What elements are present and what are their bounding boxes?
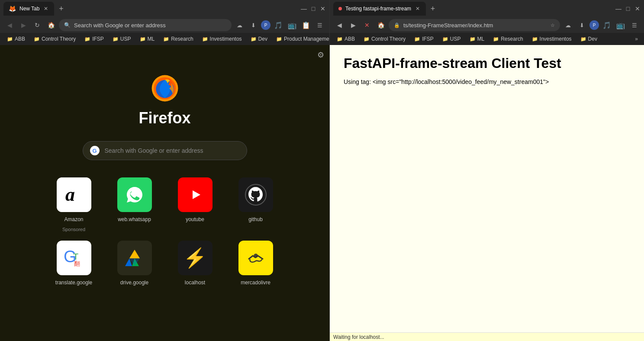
settings-gear-icon[interactable]: ⚙ [317,50,324,60]
bookmark-research[interactable]: 📁 Research [160,35,196,43]
drive-icon [117,241,152,275]
youtube-icon-wrapper [178,177,213,212]
shortcut-mercadolivre[interactable]: mercadolivre [230,241,282,286]
new-tab-search-bar[interactable]: G Search with Google or enter address [83,141,247,160]
bookmark-abb[interactable]: 📁 ABB [3,35,29,43]
shortcut-translate[interactable]: G T 翻 translate.google [48,241,100,286]
right-tab-fastapi[interactable]: Testing fastapi-frame-stream ✕ [333,2,426,16]
bookmark-control-theory[interactable]: 📁 Control Theory [30,35,79,43]
right-bookmark-research[interactable]: 📁 Research [489,35,526,43]
firefox-logo-icon [148,71,182,106]
shortcut-youtube[interactable]: youtube [169,177,221,232]
left-tab-title: New Tab [19,6,39,12]
svg-text:a: a [65,184,75,205]
left-browser-window: 🦊 New Tab ✕ + — □ ✕ ◀ ▶ ↻ 🏠 🔍 Search wit… [0,0,330,341]
shortcut-github[interactable]: github [230,177,282,232]
left-back-button[interactable]: ◀ [3,19,16,31]
localhost-label: localhost [185,280,205,286]
github-icon [238,177,273,212]
bookmark-dev[interactable]: 📁 Dev [247,35,271,43]
whatsapp-label: web.whatsapp [118,216,151,222]
right-lock-icon: 🔒 [394,23,400,28]
right-toolbar: ◀ ▶ ✕ 🏠 🔒 ts/testing-FrameStreamer/index… [330,17,644,33]
folder-icon: 📁 [414,36,420,42]
right-more-bookmarks-button[interactable]: » [632,35,641,43]
right-bookmark-research-label: Research [501,36,523,42]
folder-icon: 📁 [470,36,476,42]
whatsapp-logo-svg [123,183,146,206]
right-address-bar[interactable]: 🔒 ts/testing-FrameStreamer/index.htm ☆ [389,19,560,31]
extension-icon4[interactable]: 📋 [300,19,312,31]
left-reload-button[interactable]: ↻ [31,19,43,31]
bookmark-investimentos[interactable]: 📁 Investimentos [199,35,245,43]
right-bookmark-ct[interactable]: 📁 Control Theory [360,35,409,43]
right-star-icon[interactable]: ☆ [551,23,555,28]
right-new-tab-button[interactable]: + [427,3,439,15]
extension-icon1[interactable]: P [261,20,270,30]
localhost-icon: ⚡ [178,241,213,275]
bookmark-ifsp[interactable]: 📁 IFSP [81,35,107,43]
extension-icon2[interactable]: 🎵 [272,19,284,31]
right-extension-icon3[interactable]: 📺 [615,19,627,31]
left-new-tab-button[interactable]: + [55,3,67,15]
folder-icon: 📁 [251,36,257,42]
right-bookmark-ml[interactable]: 📁 ML [466,35,488,43]
translate-logo-svg: G T 翻 [62,246,86,270]
right-toolbar-icons: ☁ ⬇ P 🎵 📺 ☰ [562,19,641,31]
folder-icon: 📁 [113,36,119,42]
shortcut-localhost[interactable]: ⚡ localhost [169,241,221,286]
whatsapp-icon [117,177,152,212]
right-download-icon[interactable]: ⬇ [576,19,588,31]
right-bookmark-ml-label: ML [477,36,485,42]
right-extension-icon1[interactable]: P [589,20,599,30]
right-bookmark-ifsp-label: IFSP [422,36,434,42]
right-reload-button[interactable]: ✕ [361,19,373,31]
left-minimize-button[interactable]: — [301,6,307,12]
right-forward-button[interactable]: ▶ [347,19,359,31]
pocket-icon[interactable]: ☁ [233,19,245,31]
right-close-button[interactable]: ✕ [634,6,641,12]
extension-icon3[interactable]: 📺 [286,19,298,31]
bookmark-product-management[interactable]: 📁 Product Management [273,35,329,43]
left-tab-new-tab[interactable]: 🦊 New Tab ✕ [3,2,54,16]
shortcut-amazon[interactable]: a Amazon Sponsored [48,177,100,232]
youtube-label: youtube [186,216,204,222]
bookmark-ml[interactable]: 📁 ML [136,35,158,43]
right-window-controls: — □ ✕ [615,6,641,12]
left-close-button[interactable]: ✕ [320,6,326,12]
shortcut-whatsapp[interactable]: web.whatsapp [109,177,161,232]
right-status-bar: Waiting for localhost... [330,332,644,341]
right-tab-close-button[interactable]: ✕ [415,5,421,13]
github-icon-wrapper [238,177,273,212]
left-maximize-button[interactable]: □ [310,6,316,12]
drive-logo-svg [123,248,146,268]
google-g-icon: G [90,146,100,155]
left-address-bar[interactable]: 🔍 Search with Google or enter address [59,19,232,31]
right-home-button[interactable]: 🏠 [375,19,387,31]
right-bookmark-dev[interactable]: 📁 Dev [577,35,601,43]
mercadolivre-icon [238,241,273,275]
right-maximize-button[interactable]: □ [625,6,631,12]
bookmark-usp[interactable]: 📁 USP [109,35,135,43]
menu-button[interactable]: ☰ [314,19,326,31]
right-menu-button[interactable]: ☰ [628,19,641,31]
right-bookmark-usp[interactable]: 📁 USP [439,35,464,43]
amazon-logo-svg: a [62,183,86,207]
firefox-brand-title: Firefox [138,109,190,127]
right-minimize-button[interactable]: — [615,6,621,12]
right-back-button[interactable]: ◀ [333,19,345,31]
left-forward-button[interactable]: ▶ [17,19,29,31]
right-bookmark-inv-label: Investimentos [540,36,572,42]
left-tab-close-button[interactable]: ✕ [43,5,49,13]
download-icon[interactable]: ⬇ [247,19,259,31]
github-logo-svg [245,183,267,206]
left-toolbar: ◀ ▶ ↻ 🏠 🔍 Search with Google or enter ad… [0,17,329,33]
right-pocket-icon[interactable]: ☁ [562,19,574,31]
right-bookmark-abb[interactable]: 📁 ABB [333,35,358,43]
right-bookmark-investimentos[interactable]: 📁 Investimentos [528,35,575,43]
left-home-button[interactable]: 🏠 [45,19,57,31]
left-address-text: Search with Google or enter address [74,22,226,29]
right-bookmark-ifsp[interactable]: 📁 IFSP [411,35,437,43]
shortcut-drive[interactable]: drive.google [109,241,161,286]
right-extension-icon2[interactable]: 🎵 [601,19,613,31]
